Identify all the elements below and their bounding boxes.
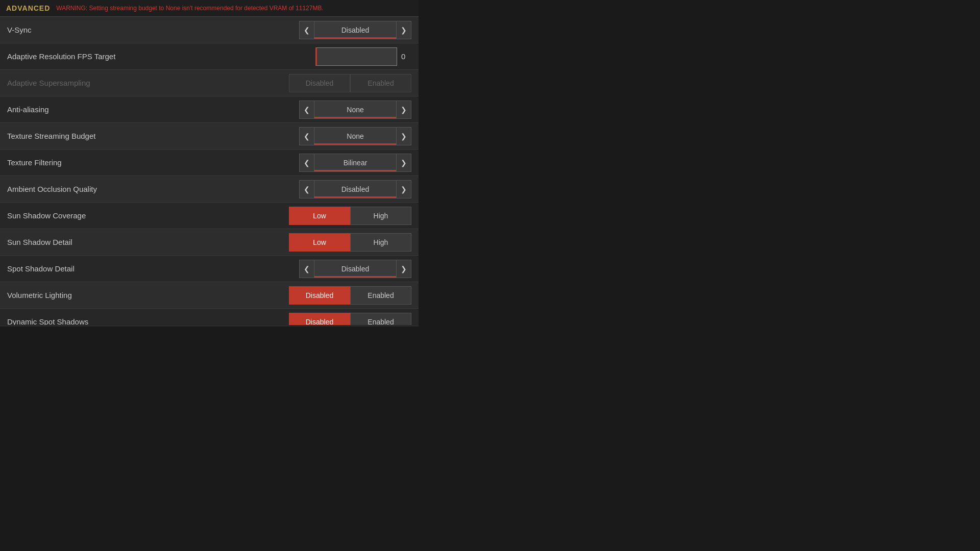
setting-label-sun-shadow-detail: Sun Shadow Detail (7, 238, 72, 246)
toggle-btn-sun-shadow-detail-low[interactable]: Low (289, 233, 350, 252)
arrow-value-anti-aliasing: None (314, 101, 396, 119)
toggle-control-adaptive-supersampling: DisabledEnabled (289, 74, 411, 92)
setting-label-adaptive-resolution: Adaptive Resolution FPS Target (7, 52, 115, 61)
arrow-right-vsync[interactable]: ❯ (396, 21, 411, 39)
arrow-control-ambient-occlusion: ❮Disabled❯ (299, 180, 411, 198)
setting-label-spot-shadow-detail: Spot Shadow Detail (7, 264, 75, 273)
setting-label-texture-filtering: Texture Filtering (7, 158, 62, 167)
arrow-value-texture-filtering: Bilinear (314, 154, 396, 172)
control-area-dynamic-spot-shadows: DisabledEnabled (289, 313, 411, 325)
setting-label-volumetric-lighting: Volumetric Lighting (7, 291, 72, 299)
settings-panel: ADVANCED WARNING: Setting streaming budg… (0, 0, 419, 327)
arrow-control-spot-shadow-detail: ❮Disabled❯ (299, 260, 411, 278)
setting-row-vsync: V-Sync❮Disabled❯ (0, 17, 419, 43)
setting-row-sun-shadow-detail: Sun Shadow DetailLowHigh (0, 229, 419, 256)
panel-header: ADVANCED WARNING: Setting streaming budg… (0, 0, 419, 17)
toggle-control-volumetric-lighting: DisabledEnabled (289, 286, 411, 305)
arrow-left-anti-aliasing[interactable]: ❮ (299, 101, 314, 119)
arrow-value-spot-shadow-detail: Disabled (314, 260, 396, 278)
toggle-control-dynamic-spot-shadows: DisabledEnabled (289, 313, 411, 325)
arrow-left-vsync[interactable]: ❮ (299, 21, 314, 39)
setting-label-ambient-occlusion: Ambient Occlusion Quality (7, 185, 97, 193)
toggle-btn-dynamic-spot-shadows-enabled[interactable]: Enabled (350, 313, 411, 325)
arrow-left-ambient-occlusion[interactable]: ❮ (299, 180, 314, 198)
header-warning: WARNING: Setting streaming budget to Non… (56, 5, 323, 12)
arrow-control-anti-aliasing: ❮None❯ (299, 101, 411, 119)
setting-label-vsync: V-Sync (7, 26, 32, 34)
arrow-right-ambient-occlusion[interactable]: ❯ (396, 180, 411, 198)
arrow-value-ambient-occlusion: Disabled (314, 180, 396, 198)
toggle-control-sun-shadow-coverage: LowHigh (289, 207, 411, 225)
panel-title: ADVANCED (6, 4, 50, 12)
arrow-control-texture-streaming-budget: ❮None❯ (299, 127, 411, 145)
setting-label-sun-shadow-coverage: Sun Shadow Coverage (7, 211, 86, 220)
setting-row-dynamic-spot-shadows: Dynamic Spot ShadowsDisabledEnabled (0, 309, 419, 325)
arrow-right-texture-filtering[interactable]: ❯ (396, 154, 411, 172)
setting-row-ambient-occlusion: Ambient Occlusion Quality❮Disabled❯ (0, 176, 419, 203)
control-area-adaptive-resolution: 0 (315, 47, 411, 66)
control-area-texture-filtering: ❮Bilinear❯ (299, 154, 411, 172)
toggle-btn-sun-shadow-detail-high[interactable]: High (350, 233, 411, 252)
control-area-adaptive-supersampling: DisabledEnabled (289, 74, 411, 92)
arrow-control-texture-filtering: ❮Bilinear❯ (299, 154, 411, 172)
control-area-anti-aliasing: ❮None❯ (299, 101, 411, 119)
input-value-adaptive-resolution: 0 (401, 52, 411, 61)
control-area-sun-shadow-detail: LowHigh (289, 233, 411, 252)
control-area-vsync: ❮Disabled❯ (299, 21, 411, 39)
setting-row-spot-shadow-detail: Spot Shadow Detail❮Disabled❯ (0, 256, 419, 282)
text-input-adaptive-resolution[interactable] (315, 47, 397, 66)
setting-label-texture-streaming-budget: Texture Streaming Budget (7, 132, 95, 140)
arrow-value-vsync: Disabled (314, 21, 396, 39)
arrow-left-texture-filtering[interactable]: ❮ (299, 154, 314, 172)
setting-row-anti-aliasing: Anti-aliasing❮None❯ (0, 96, 419, 123)
setting-label-adaptive-supersampling: Adaptive Supersampling (7, 79, 90, 87)
toggle-btn-dynamic-spot-shadows-disabled[interactable]: Disabled (289, 313, 350, 325)
arrow-left-spot-shadow-detail[interactable]: ❮ (299, 260, 314, 278)
control-area-texture-streaming-budget: ❮None❯ (299, 127, 411, 145)
arrow-control-vsync: ❮Disabled❯ (299, 21, 411, 39)
control-area-spot-shadow-detail: ❮Disabled❯ (299, 260, 411, 278)
control-area-sun-shadow-coverage: LowHigh (289, 207, 411, 225)
toggle-btn-adaptive-supersampling-enabled: Enabled (350, 74, 411, 92)
setting-row-sun-shadow-coverage: Sun Shadow CoverageLowHigh (0, 203, 419, 229)
setting-row-adaptive-resolution: Adaptive Resolution FPS Target0 (0, 43, 419, 70)
toggle-control-sun-shadow-detail: LowHigh (289, 233, 411, 252)
toggle-btn-volumetric-lighting-disabled[interactable]: Disabled (289, 286, 350, 305)
arrow-left-texture-streaming-budget[interactable]: ❮ (299, 127, 314, 145)
toggle-btn-adaptive-supersampling-disabled: Disabled (289, 74, 350, 92)
toggle-btn-sun-shadow-coverage-high[interactable]: High (350, 207, 411, 225)
setting-row-adaptive-supersampling: Adaptive SupersamplingDisabledEnabled (0, 70, 419, 96)
toggle-btn-volumetric-lighting-enabled[interactable]: Enabled (350, 286, 411, 305)
settings-list: V-Sync❮Disabled❯Adaptive Resolution FPS … (0, 17, 419, 325)
control-area-ambient-occlusion: ❮Disabled❯ (299, 180, 411, 198)
setting-row-texture-streaming-budget: Texture Streaming Budget❮None❯ (0, 123, 419, 149)
setting-label-dynamic-spot-shadows: Dynamic Spot Shadows (7, 317, 88, 325)
input-control-adaptive-resolution: 0 (315, 47, 411, 66)
setting-row-volumetric-lighting: Volumetric LightingDisabledEnabled (0, 282, 419, 309)
toggle-btn-sun-shadow-coverage-low[interactable]: Low (289, 207, 350, 225)
control-area-volumetric-lighting: DisabledEnabled (289, 286, 411, 305)
arrow-right-anti-aliasing[interactable]: ❯ (396, 101, 411, 119)
setting-label-anti-aliasing: Anti-aliasing (7, 105, 49, 114)
arrow-value-texture-streaming-budget: None (314, 127, 396, 145)
arrow-right-spot-shadow-detail[interactable]: ❯ (396, 260, 411, 278)
setting-row-texture-filtering: Texture Filtering❮Bilinear❯ (0, 149, 419, 176)
arrow-right-texture-streaming-budget[interactable]: ❯ (396, 127, 411, 145)
